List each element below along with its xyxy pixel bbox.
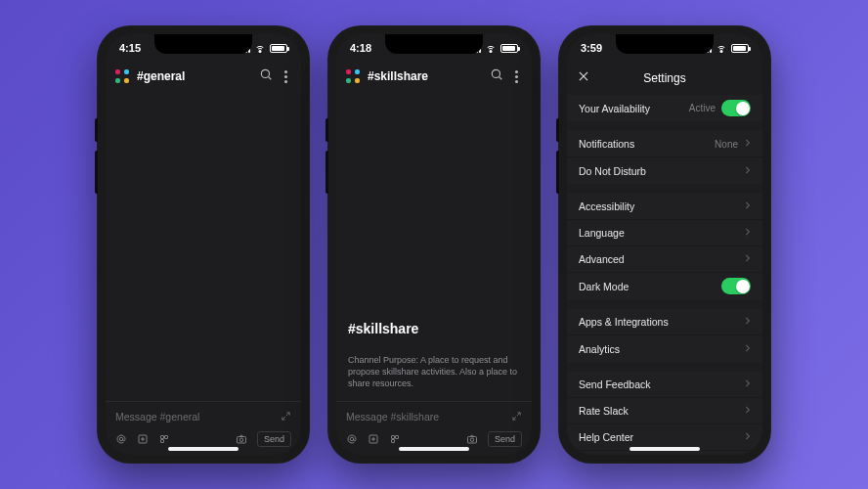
channel-name[interactable]: #general xyxy=(137,69,251,83)
svg-point-0 xyxy=(261,69,269,77)
settings-row-advanced[interactable]: Advanced xyxy=(567,246,762,273)
status-time: 4:18 xyxy=(350,42,371,54)
channel-purpose-text: Channel Purpose: A place to request and … xyxy=(348,354,520,389)
settings-row-label: Notifications xyxy=(579,138,715,150)
settings-row-label: Send Feedback xyxy=(579,378,744,390)
mention-icon[interactable] xyxy=(346,433,358,445)
chevron-right-icon xyxy=(744,138,751,150)
more-options-icon[interactable] xyxy=(511,70,522,83)
home-indicator[interactable] xyxy=(399,447,469,451)
home-indicator[interactable] xyxy=(629,447,700,451)
settings-row-accessibility[interactable]: Accessibility xyxy=(567,194,762,220)
settings-row-rate-slack[interactable]: Rate Slack xyxy=(567,398,762,424)
settings-row-value: Active xyxy=(689,103,716,113)
expand-icon[interactable] xyxy=(511,408,522,425)
chevron-right-icon xyxy=(744,343,751,355)
page-title: Settings xyxy=(577,71,753,85)
message-list-empty xyxy=(106,95,301,401)
screen-1: 4:15 #general Message #general xyxy=(106,34,301,455)
settings-row-notifications[interactable]: NotificationsNone xyxy=(567,131,762,157)
toggle-switch[interactable] xyxy=(721,100,751,116)
shortcut-icon[interactable] xyxy=(389,433,401,445)
message-input[interactable]: Message #skillshare xyxy=(346,411,511,422)
notch xyxy=(616,34,714,54)
home-indicator[interactable] xyxy=(168,447,239,451)
settings-row-label: Rate Slack xyxy=(579,405,744,417)
battery-icon xyxy=(731,44,749,53)
screen-2: 4:18 #skillshare #skillshare Channel Pur… xyxy=(336,34,532,455)
search-icon[interactable] xyxy=(259,67,273,85)
settings-row-about[interactable]: About19.3.1 xyxy=(567,451,762,455)
settings-row-label: Accessibility xyxy=(579,200,744,212)
svg-point-2 xyxy=(119,437,123,441)
slack-logo-icon[interactable] xyxy=(346,69,360,83)
settings-row-language[interactable]: Language xyxy=(567,220,762,246)
svg-rect-15 xyxy=(392,440,395,443)
send-button[interactable]: Send xyxy=(488,431,522,447)
settings-row-label: Do Not Disturb xyxy=(579,165,744,177)
channel-intro-title: #skillshare xyxy=(348,321,520,336)
svg-rect-16 xyxy=(467,437,476,444)
wifi-icon xyxy=(485,44,497,53)
svg-rect-7 xyxy=(237,437,245,444)
channel-intro: #skillshare Channel Purpose: A place to … xyxy=(336,311,532,401)
message-list: #skillshare Channel Purpose: A place to … xyxy=(336,95,532,401)
camera-icon[interactable] xyxy=(466,433,478,445)
expand-icon[interactable] xyxy=(281,408,291,425)
svg-rect-6 xyxy=(161,440,164,443)
settings-list[interactable]: Your AvailabilityActiveNotificationsNone… xyxy=(567,95,762,455)
search-icon[interactable] xyxy=(490,67,503,85)
chevron-right-icon xyxy=(744,378,751,390)
svg-rect-14 xyxy=(396,436,399,439)
settings-row-do-not-disturb[interactable]: Do Not Disturb xyxy=(567,157,762,184)
settings-row-apps-integrations[interactable]: Apps & Integrations xyxy=(567,309,762,335)
settings-row-label: Analytics xyxy=(579,343,744,355)
settings-row-analytics[interactable]: Analytics xyxy=(567,335,762,362)
wifi-icon xyxy=(716,44,727,53)
svg-point-8 xyxy=(239,438,243,442)
settings-row-label: Your Availability xyxy=(579,103,689,114)
message-input[interactable]: Message #general xyxy=(115,411,281,422)
more-options-icon[interactable] xyxy=(281,70,291,83)
settings-header: Settings xyxy=(567,62,762,95)
settings-row-dark-mode[interactable]: Dark Mode xyxy=(567,273,762,299)
settings-row-your-availability[interactable]: Your AvailabilityActive xyxy=(567,95,762,121)
mention-icon[interactable] xyxy=(115,433,127,445)
settings-row-label: Language xyxy=(579,227,744,239)
svg-rect-4 xyxy=(161,436,164,439)
phone-mockup-3: 3:59 Settings Your AvailabilityActiveNot… xyxy=(558,25,771,464)
chevron-right-icon xyxy=(744,405,751,417)
svg-rect-13 xyxy=(392,436,395,439)
toggle-switch[interactable] xyxy=(721,278,751,294)
notch xyxy=(154,34,252,54)
status-time: 3:59 xyxy=(581,42,602,54)
slack-logo-icon[interactable] xyxy=(115,69,129,83)
screen-3: 3:59 Settings Your AvailabilityActiveNot… xyxy=(567,34,762,455)
channel-header: #skillshare xyxy=(336,62,532,95)
chevron-right-icon xyxy=(744,316,751,328)
attach-icon[interactable] xyxy=(137,433,149,445)
settings-row-label: Apps & Integrations xyxy=(579,316,744,328)
svg-line-1 xyxy=(269,77,272,80)
chevron-right-icon xyxy=(744,227,751,239)
svg-line-10 xyxy=(499,77,502,80)
camera-icon[interactable] xyxy=(236,433,247,445)
channel-name[interactable]: #skillshare xyxy=(368,69,482,83)
channel-header: #general xyxy=(106,62,301,95)
svg-point-9 xyxy=(492,69,499,77)
send-button[interactable]: Send xyxy=(257,431,291,447)
settings-row-label: Dark Mode xyxy=(579,281,721,292)
chevron-right-icon xyxy=(744,165,751,177)
battery-icon xyxy=(270,44,287,53)
settings-row-label: Advanced xyxy=(579,253,744,265)
phone-mockup-1: 4:15 #general Message #general xyxy=(97,25,310,464)
attach-icon[interactable] xyxy=(368,433,379,445)
phone-mockup-2: 4:18 #skillshare #skillshare Channel Pur… xyxy=(327,25,541,464)
chevron-right-icon xyxy=(744,431,751,443)
shortcut-icon[interactable] xyxy=(158,433,170,445)
wifi-icon xyxy=(254,44,266,53)
notch xyxy=(385,34,483,54)
status-time: 4:15 xyxy=(119,42,141,54)
settings-row-send-feedback[interactable]: Send Feedback xyxy=(567,372,762,398)
settings-row-value: None xyxy=(715,139,738,150)
